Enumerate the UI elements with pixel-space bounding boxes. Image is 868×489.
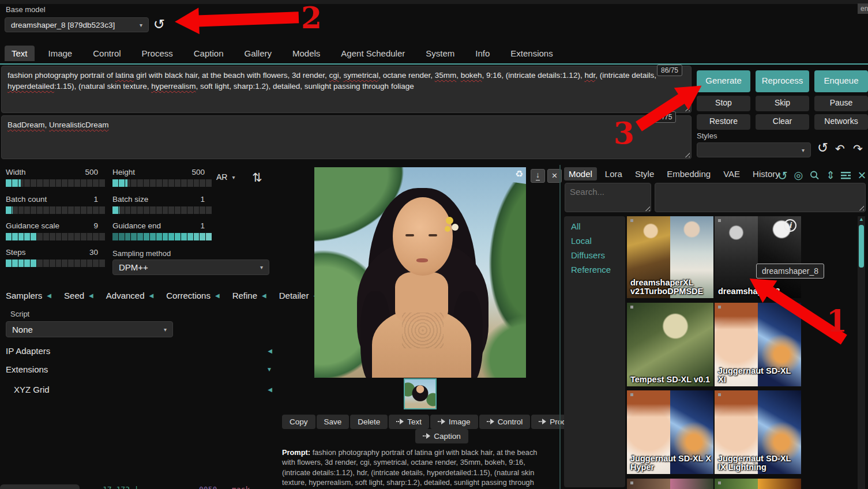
info-icon[interactable]: i [784,219,796,232]
accordion-corrections[interactable]: Corrections◀ [166,291,219,300]
slider-track[interactable] [6,233,105,240]
view-list-icon[interactable] [841,171,851,179]
expand-down-icon: ▼ [266,366,272,373]
filter-all[interactable]: All [564,219,625,234]
tab-process[interactable]: Process [135,46,180,61]
send-to-control-button[interactable]: Control [479,415,531,429]
network-description-box[interactable] [655,183,866,212]
top-strip [0,0,868,4]
tab-agent-scheduler[interactable]: Agent Scheduler [334,46,412,61]
filter-local[interactable]: Local [564,234,625,248]
refresh-model-icon[interactable]: ↺ [153,16,165,32]
accordion-detailer[interactable]: Detailer◀ [279,291,318,300]
close-panel-icon[interactable]: × [858,168,866,182]
accordion-refine[interactable]: Refine◀ [232,291,266,300]
tab-caption[interactable]: Caption [187,46,231,61]
model-card-tempest-sd-xl-v0-1[interactable]: Tempest SD-XL v0.1 [627,303,713,386]
section-extensions[interactable]: Extensions▼ [6,364,272,374]
copy-button[interactable]: Copy [282,415,315,429]
section-xyz-grid[interactable]: XYZ Grid◀ [6,385,272,394]
slider-steps[interactable]: Steps30 [6,248,105,267]
sampling-method-select[interactable]: DPM++ ▾ [112,259,269,275]
tab-models[interactable]: Models [285,46,327,61]
tab-extensions[interactable]: Extensions [503,46,559,61]
model-card-dreamshaperxl-v21turbodpmsde[interactable]: dreamshaperXL v21TurboDPMSDE [627,216,713,298]
sort-updown-icon[interactable]: ⇕ [826,170,835,180]
send-to-caption-button[interactable]: Caption [415,429,468,443]
resize-handle-icon[interactable] [684,152,690,157]
send-to-text-button[interactable]: Text [389,415,429,429]
slider-width[interactable]: Width500 [6,168,105,187]
model-card-juggernaut-sd-xl-ix-lightning[interactable]: Juggernaut SD-XL IX Lightning [715,390,801,474]
networks-refresh-icon[interactable]: ↺ [777,170,788,182]
tab-system[interactable]: System [419,46,461,61]
slider-track[interactable] [6,206,105,214]
sampling-method-label: Sampling method [112,249,171,258]
language-badge[interactable]: en [858,3,868,14]
slider-track[interactable] [6,179,105,187]
slider-batch-size[interactable]: Batch size1 [112,195,212,214]
filter-reference[interactable]: Reference [564,262,625,277]
accordion-seed[interactable]: Seed◀ [64,291,93,300]
networks-tab-embedding[interactable]: Embedding [662,167,715,180]
networks-tab-vae[interactable]: VAE [719,167,745,180]
networks-tab-lora[interactable]: Lora [600,167,627,180]
redo-icon[interactable]: ↷ [853,142,863,156]
styles-refresh-icon[interactable]: ↺ [817,140,828,156]
base-model-select[interactable]: dreamshaper_8 [879db523c3] ▾ [5,17,149,32]
slider-track[interactable] [112,179,212,187]
prompt-textarea[interactable]: fashion photography portrait of latina g… [1,66,692,113]
accordion-samplers[interactable]: Samplers◀ [6,291,51,300]
send-to-image-button[interactable]: Image [430,415,478,429]
tab-text[interactable]: Text [5,46,35,61]
slider-track[interactable] [112,206,212,214]
generate-button[interactable]: Generate [697,70,750,92]
accordion-advanced[interactable]: Advanced◀ [106,291,153,300]
generated-image[interactable]: ♻ [314,167,526,378]
ar-select[interactable]: AR ▾ [216,172,235,182]
send-button-label: Image [449,415,471,429]
slider-batch-count[interactable]: Batch count1 [6,195,105,214]
slider-guidance-scale[interactable]: Guidance scale9 [6,221,105,240]
gallery-thumbnail[interactable] [404,378,437,409]
networks-button[interactable]: Networks [814,114,868,130]
networks-tab-model[interactable]: Model [564,167,597,180]
search-icon[interactable] [809,170,820,180]
enqueue-button[interactable]: Enqueue [814,70,868,92]
tab-control[interactable]: Control [86,46,127,61]
scan-icon[interactable]: ◎ [794,170,803,180]
styles-select[interactable]: ▾ [697,142,811,157]
collapse-left-icon: ◀ [47,292,51,299]
scroll-up-icon[interactable]: ▲ [859,217,864,222]
slider-height[interactable]: Height500 [112,168,212,187]
swap-dimensions-icon[interactable]: ⇅ [252,171,262,185]
tab-gallery[interactable]: Gallery [237,46,279,61]
reprocess-button[interactable]: Reprocess [756,70,809,92]
delete-button[interactable]: Delete [350,415,388,429]
networks-tab-style[interactable]: Style [630,167,659,180]
undo-icon[interactable]: ↶ [835,142,845,156]
slider-guidance-end[interactable]: Guidance end1 [112,221,212,240]
tab-info[interactable]: Info [468,46,497,61]
accordion-row: Samplers◀Seed◀Advanced◀Corrections◀Refin… [6,291,318,300]
clear-button[interactable]: Clear [756,114,809,130]
section-ip-adapters[interactable]: IP Adapters◀ [6,346,272,356]
network-search-input[interactable] [565,183,651,212]
tab-image[interactable]: Image [42,46,80,61]
restore-button[interactable]: Restore [697,114,750,130]
save-button[interactable]: Save [317,415,350,429]
download-button[interactable]: ↓ [531,169,545,183]
slider-value: 1 [200,195,205,204]
model-card-juggernaut-sd-xl-x-hyper[interactable]: Juggernaut SD-XL X Hyper [627,390,713,474]
model-card-partial[interactable] [627,479,713,489]
scrollbar-thumb[interactable] [859,225,864,268]
script-select[interactable]: None ▾ [6,321,173,337]
resize-handle-icon[interactable] [858,205,864,210]
model-card-partial[interactable] [715,479,801,489]
skip-button[interactable]: Skip [756,96,809,111]
slider-track[interactable] [6,259,105,267]
slider-track[interactable] [112,233,212,240]
negative-prompt-textarea[interactable]: BadDream, UnrealisticDream [1,115,692,159]
pause-button[interactable]: Pause [814,96,868,111]
filter-diffusers[interactable]: Diffusers [564,248,625,262]
